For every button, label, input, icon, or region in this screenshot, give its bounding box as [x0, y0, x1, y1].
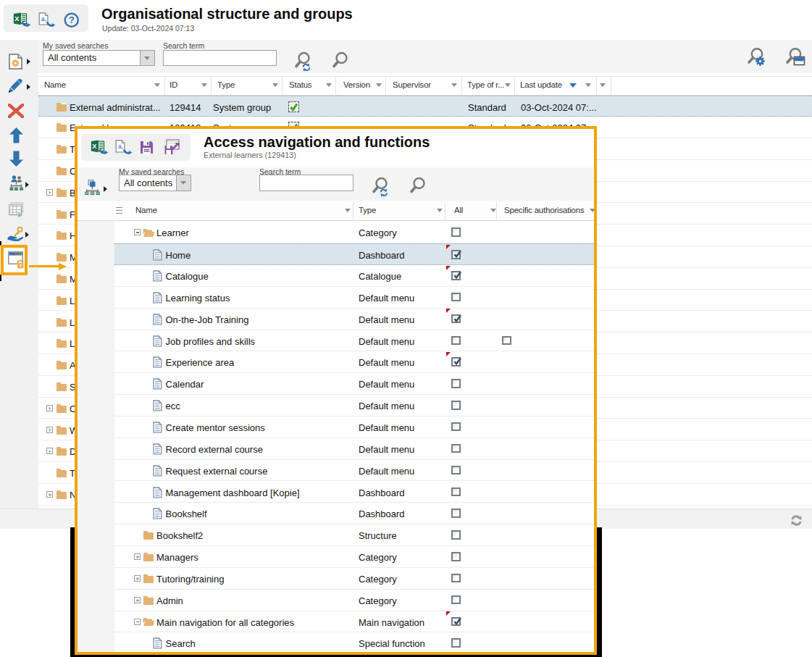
svg-text:X: X	[14, 15, 20, 22]
svg-text:?: ?	[69, 14, 75, 25]
svg-text:X: X	[92, 143, 97, 150]
svg-text:a,: a,	[41, 14, 46, 22]
svg-text:a,: a,	[118, 143, 123, 150]
